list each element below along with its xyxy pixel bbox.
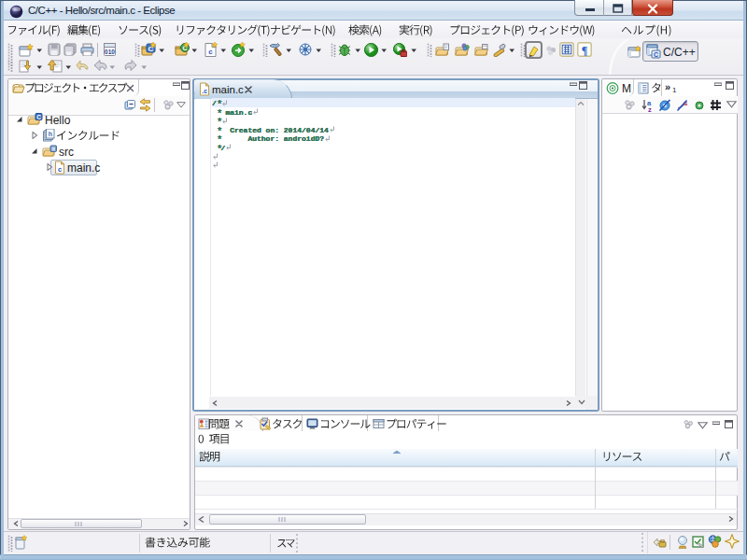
- svg-text:c: c: [58, 165, 62, 174]
- svg-text:z: z: [648, 105, 652, 113]
- svg-text:1: 1: [672, 86, 677, 93]
- svg-text:c: c: [208, 48, 213, 56]
- svg-text:C: C: [654, 51, 658, 58]
- svg-text:»: »: [665, 82, 670, 92]
- svg-text:010: 010: [105, 49, 115, 55]
- svg-text:h: h: [49, 131, 52, 137]
- svg-text:¶: ¶: [582, 44, 587, 57]
- svg-text:C: C: [36, 114, 41, 120]
- svg-text:.c: .c: [202, 88, 207, 94]
